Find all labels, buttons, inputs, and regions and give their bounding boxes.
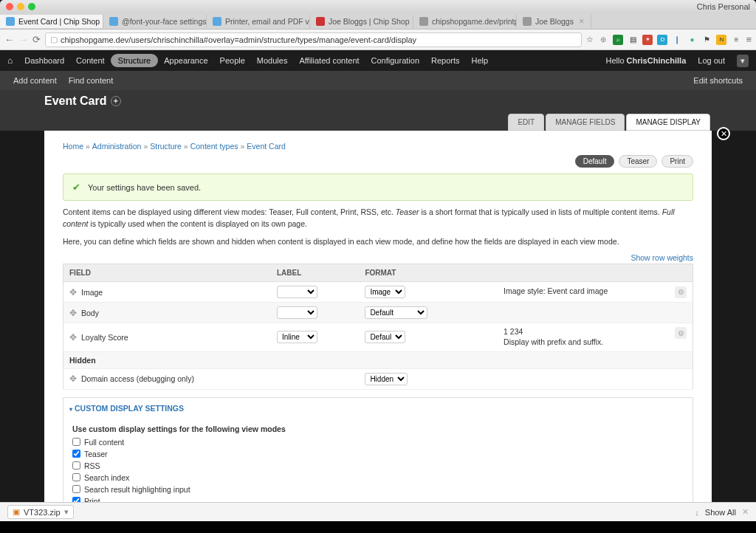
breadcrumb-link[interactable]: Event Card <box>247 142 286 151</box>
field-row: ✥BodyDefault <box>63 303 693 323</box>
shortcut-link[interactable]: Add content <box>7 73 63 88</box>
checkbox-label: Search result highlighting input <box>84 485 190 494</box>
browser-tab[interactable]: chipshopgame.dev/printp✕ <box>413 15 517 28</box>
help-text-2: Here, you can define which fields are sh… <box>63 236 693 248</box>
ext-icon[interactable]: ❙ <box>672 35 682 45</box>
edit-shortcuts-link[interactable]: Edit shortcuts <box>687 73 749 88</box>
logout-link[interactable]: Log out <box>692 52 731 69</box>
admin-menu-item[interactable]: Affiliated content <box>293 52 365 69</box>
local-tab[interactable]: MANAGE DISPLAY <box>626 114 710 131</box>
admin-menu-item[interactable]: Appearance <box>158 52 213 69</box>
download-filename: VT323.zip <box>24 508 61 517</box>
view-mode-checkbox-row[interactable]: Search result highlighting input <box>72 485 684 494</box>
add-star-icon[interactable]: ✦ <box>111 96 121 106</box>
field-name: Loyalty Score <box>81 333 128 342</box>
gear-icon[interactable]: ⚙ <box>675 286 687 298</box>
browser-toolbar: ← → ⟳ ▢ chipshopgame.dev/users/chrischin… <box>0 30 756 50</box>
show-row-weights-link[interactable]: Show row weights <box>63 253 693 262</box>
hidden-section-label: Hidden <box>63 351 693 368</box>
breadcrumb-link[interactable]: Administration <box>92 142 142 151</box>
label-select[interactable]: Inline <box>277 331 317 343</box>
admin-dropdown-icon[interactable]: ▾ <box>737 55 749 67</box>
favicon <box>6 17 15 26</box>
checkbox-input[interactable] <box>72 473 80 481</box>
window-close-button[interactable] <box>6 3 13 10</box>
ext-icon[interactable]: ⊕ <box>598 35 608 45</box>
drag-handle-icon[interactable]: ✥ <box>69 308 77 318</box>
breadcrumb-link[interactable]: Home <box>63 142 83 151</box>
browser-tab[interactable]: @font-your-face settings✕ <box>103 15 207 28</box>
ext-icon[interactable]: ⚑ <box>701 35 712 45</box>
ext-icon[interactable]: ⌕ <box>613 35 623 45</box>
gear-icon[interactable]: ⚙ <box>675 327 687 339</box>
checkbox-input[interactable] <box>72 450 80 458</box>
ext-icon[interactable]: ● <box>687 35 697 45</box>
format-select[interactable]: Image <box>365 286 405 298</box>
browser-tab[interactable]: Joe Bloggs✕ <box>517 15 591 28</box>
download-item[interactable]: ▣ VT323.zip ▾ <box>7 505 74 519</box>
checkbox-input[interactable] <box>72 485 80 493</box>
tab-label: Printer, email and PDF ver <box>225 17 310 26</box>
view-mode-pill[interactable]: Default <box>575 155 615 168</box>
admin-menu-item[interactable]: Reports <box>425 52 466 69</box>
local-tab[interactable]: MANAGE FIELDS <box>546 114 625 131</box>
view-mode-checkbox-row[interactable]: Search index <box>72 473 684 482</box>
admin-menu-item[interactable]: Modules <box>251 52 294 69</box>
address-bar[interactable]: ▢ chipshopgame.dev/users/chrischinchilla… <box>45 32 582 47</box>
format-select[interactable]: Default <box>365 331 405 343</box>
browser-menu-button[interactable]: ≡ <box>746 34 752 45</box>
admin-menu-item[interactable]: Content <box>70 52 111 69</box>
fieldset-description: Use custom display settings for the foll… <box>72 424 684 433</box>
breadcrumb-link[interactable]: Content types <box>190 142 238 151</box>
close-downloads-bar-icon[interactable]: ✕ <box>742 507 749 517</box>
breadcrumb-link[interactable]: Structure <box>150 142 182 151</box>
ext-icon[interactable]: ▤ <box>628 35 638 45</box>
view-mode-checkbox-row[interactable]: Teaser <box>72 450 684 458</box>
checkbox-input[interactable] <box>72 461 80 470</box>
tab-close-icon[interactable]: ✕ <box>579 18 585 25</box>
overlay-close-button[interactable]: ✕ <box>717 127 730 140</box>
view-mode-pill[interactable]: Print <box>662 155 693 168</box>
nav-back-button[interactable]: ← <box>4 34 14 45</box>
shortcut-link[interactable]: Find content <box>63 73 120 88</box>
show-all-downloads-link[interactable]: Show All <box>705 508 736 517</box>
ext-icon[interactable]: ≡ <box>731 35 741 45</box>
format-select[interactable]: Default <box>365 306 427 319</box>
view-mode-checkbox-row[interactable]: RSS <box>72 461 684 470</box>
th-label: LABEL <box>271 264 359 282</box>
bookmark-star-icon[interactable]: ☆ <box>586 35 594 44</box>
label-select[interactable] <box>277 286 317 298</box>
drag-handle-icon[interactable]: ✥ <box>69 287 77 298</box>
admin-menu-item[interactable]: Configuration <box>365 52 425 69</box>
chevron-down-icon: ▾ <box>64 507 69 517</box>
ext-icon[interactable]: N <box>716 35 726 45</box>
home-icon[interactable]: ⌂ <box>7 55 18 66</box>
fieldset-toggle[interactable]: ▾CUSTOM DISPLAY SETTINGS <box>63 398 693 419</box>
field-name: Domain access (debugging only) <box>81 374 194 383</box>
nav-reload-button[interactable]: ⟳ <box>32 34 41 45</box>
ext-icon[interactable]: ✶ <box>642 35 653 45</box>
window-titlebar: Chris Personal <box>0 0 756 13</box>
format-select[interactable]: Hidden <box>365 373 408 385</box>
browser-tab[interactable]: Joe Bloggs | Chip Shop✕ <box>310 15 413 28</box>
window-minimize-button[interactable] <box>17 3 24 10</box>
drag-handle-icon[interactable]: ✥ <box>69 374 77 384</box>
view-mode-pill[interactable]: Teaser <box>619 155 657 168</box>
admin-menu-item[interactable]: Help <box>466 52 495 69</box>
label-select[interactable] <box>277 306 317 319</box>
local-tab[interactable]: EDIT <box>508 114 544 131</box>
browser-tab[interactable]: Event Card | Chip Shop✕ <box>0 15 103 28</box>
admin-menu-item[interactable]: People <box>214 52 251 69</box>
ext-icon[interactable]: D <box>657 35 667 45</box>
formatter-summary: Image style: Event card image <box>504 286 608 297</box>
nav-forward-button[interactable]: → <box>18 34 28 45</box>
url-text: chipshopgame.dev/users/chrischinchilla#o… <box>61 35 416 44</box>
browser-tab[interactable]: Printer, email and PDF ver✕ <box>207 15 310 28</box>
window-zoom-button[interactable] <box>28 3 35 10</box>
admin-menu-item[interactable]: Dashboard <box>18 52 70 69</box>
admin-menu-item[interactable]: Structure <box>111 54 159 67</box>
view-mode-checkbox-row[interactable]: Full content <box>72 438 684 447</box>
collapse-icon: ▾ <box>69 406 72 413</box>
drag-handle-icon[interactable]: ✥ <box>69 332 77 343</box>
checkbox-input[interactable] <box>72 438 80 446</box>
